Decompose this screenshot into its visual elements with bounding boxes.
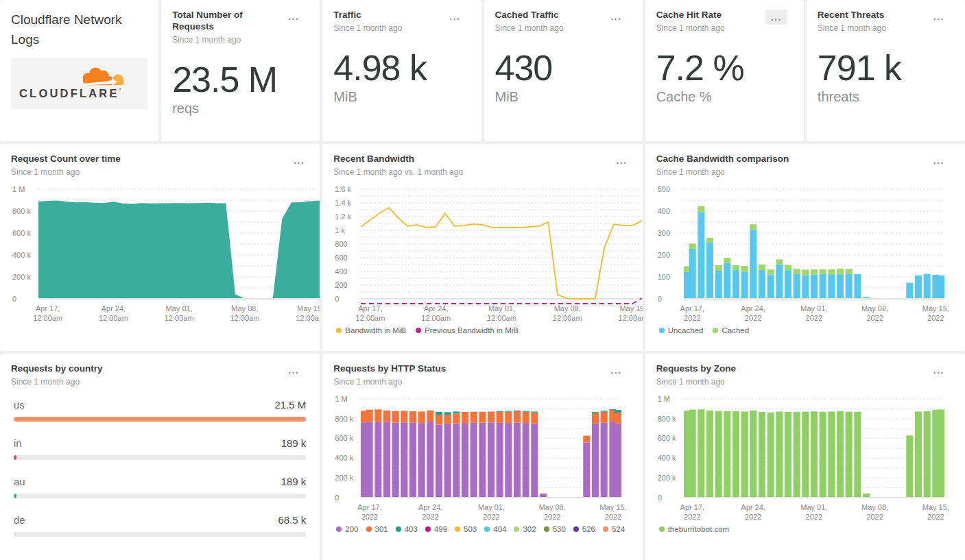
x-tick-label: May 01,2022 bbox=[800, 502, 827, 522]
requests-by-country-list: us 21.5 M in 189 k au 189 k bbox=[11, 399, 309, 537]
x-tick-label: May 08,2022 bbox=[861, 502, 888, 522]
chart-plot[interactable] bbox=[684, 189, 944, 306]
panel-menu-icon[interactable]: ... bbox=[445, 10, 464, 23]
country-label: au bbox=[14, 476, 25, 487]
legend-item[interactable]: 499 bbox=[425, 525, 447, 533]
panel-title: Cache Hit Rate bbox=[656, 10, 725, 21]
legend-item[interactable]: 200 bbox=[336, 525, 358, 533]
legend-item[interactable]: Bandwidth in MiB bbox=[336, 326, 406, 334]
country-label: de bbox=[14, 514, 25, 526]
panel-title: Cached Traffic bbox=[495, 10, 564, 21]
y-tick-label: 0 bbox=[658, 494, 662, 502]
stat-unit: threats bbox=[818, 89, 954, 105]
y-tick-label: 0 bbox=[335, 295, 339, 303]
chart-plot[interactable] bbox=[38, 189, 320, 306]
y-tick-label: 400 k bbox=[12, 251, 31, 259]
country-bar bbox=[14, 455, 16, 460]
dashboard-title: Cloudflare Network Logs bbox=[11, 10, 147, 50]
stat-card-total-requests: Total Number of Requests Since 1 month a… bbox=[161, 0, 320, 141]
dashboard: Cloudflare Network Logs CLOUDFLARE’ Tota… bbox=[0, 0, 965, 560]
country-bar bbox=[14, 494, 16, 498]
x-tick-label: May 15,12:00am bbox=[619, 304, 643, 324]
panel-title: Recent Bandwidth bbox=[333, 154, 463, 165]
country-bar-track bbox=[14, 532, 306, 537]
legend-item[interactable]: 403 bbox=[396, 525, 418, 533]
legend-item[interactable]: 530 bbox=[544, 525, 566, 533]
y-tick-label: 800 k bbox=[12, 207, 31, 215]
x-tick-label: Apr 17,12:00am bbox=[33, 304, 62, 324]
y-tick-label: 0 bbox=[335, 494, 339, 502]
y-tick-label: 400 k bbox=[658, 454, 676, 462]
y-tick-label: 600 k bbox=[658, 434, 676, 442]
panel-requests-by-country: Requests by country Since 1 month ago ..… bbox=[0, 354, 320, 560]
y-tick-label: 400 k bbox=[335, 454, 353, 462]
legend-item[interactable]: 526 bbox=[573, 525, 595, 533]
x-tick-label: Apr 17,12:00am bbox=[356, 304, 385, 324]
panel-request-count: Request Count over time Since 1 month ag… bbox=[0, 144, 320, 351]
panel-menu-icon[interactable]: ... bbox=[284, 363, 303, 377]
x-tick-label: Apr 24,12:00am bbox=[421, 304, 451, 324]
y-tick-label: 200 k bbox=[12, 273, 31, 281]
panel-menu-icon[interactable]: ... bbox=[284, 10, 303, 23]
chart-plot[interactable] bbox=[361, 399, 621, 504]
country-value: 21.5 M bbox=[274, 399, 306, 411]
panel-menu-icon[interactable]: ... bbox=[289, 154, 309, 167]
panel-title: Requests by HTTP Status bbox=[333, 363, 446, 375]
legend-item[interactable]: Uncached bbox=[659, 326, 704, 334]
country-row[interactable]: au 189 k bbox=[11, 476, 309, 498]
legend-item[interactable]: Previous Bandwidth in MiB bbox=[416, 326, 519, 334]
stat-value: 23.5 M bbox=[172, 61, 309, 99]
legend-item[interactable]: 503 bbox=[455, 525, 477, 533]
country-row[interactable]: in 189 k bbox=[11, 437, 309, 460]
panel-menu-icon[interactable]: ... bbox=[606, 363, 626, 377]
legend-item[interactable]: 301 bbox=[366, 525, 388, 533]
country-row[interactable]: de 68.5 k bbox=[11, 514, 309, 537]
stat-value: 4.98 k bbox=[333, 49, 470, 87]
y-tick-label: 0 bbox=[658, 295, 662, 303]
y-tick-label: 1 k bbox=[335, 226, 345, 234]
panel-menu-icon[interactable]: ... bbox=[929, 154, 949, 167]
y-tick-label: 200 bbox=[658, 251, 670, 259]
legend-item[interactable]: Cached bbox=[713, 326, 749, 334]
panel-menu-icon[interactable]: ... bbox=[612, 154, 631, 167]
country-row[interactable]: us 21.5 M bbox=[11, 399, 309, 422]
x-tick-label: May 08,12:00am bbox=[230, 304, 260, 324]
x-tick-label: May 01,12:00am bbox=[165, 304, 194, 324]
cache-bandwidth-chart: 0100200300400500Apr 17,2022Apr 24,2022Ma… bbox=[656, 189, 954, 334]
country-bar bbox=[14, 417, 306, 422]
y-tick-label: 1 M bbox=[335, 395, 347, 403]
y-tick-label: 400 bbox=[658, 207, 670, 215]
legend-item[interactable]: 302 bbox=[514, 525, 536, 533]
legend-item[interactable]: 404 bbox=[484, 525, 506, 533]
y-tick-label: 400 bbox=[335, 267, 347, 276]
panel-subtitle: Since 1 month ago vs. 1 month ago bbox=[333, 167, 463, 177]
x-tick-label: May 08,2022 bbox=[539, 502, 566, 522]
legend-item[interactable]: theburritobot.com bbox=[659, 525, 730, 533]
stat-value: 430 bbox=[495, 49, 632, 87]
country-value: 189 k bbox=[281, 476, 307, 487]
chart-legend: 200301403499503404302530526524 bbox=[333, 525, 631, 533]
stat-value: 7.2 % bbox=[656, 49, 793, 87]
panel-cache-bandwidth: Cache Bandwidth comparison Since 1 month… bbox=[645, 144, 965, 351]
panel-title: Cache Bandwidth comparison bbox=[656, 154, 789, 165]
panel-menu-icon[interactable]: ... bbox=[765, 10, 787, 25]
x-tick-label: Apr 24,12:00am bbox=[99, 304, 128, 324]
x-tick-label: Apr 24,2022 bbox=[741, 502, 765, 522]
y-tick-label: 200 k bbox=[658, 474, 676, 482]
x-tick-label: May 01,12:00am bbox=[487, 304, 516, 324]
x-tick-label: Apr 17,2022 bbox=[357, 502, 381, 522]
legend-item[interactable]: 524 bbox=[603, 525, 625, 533]
panel-menu-icon[interactable]: ... bbox=[929, 10, 949, 23]
panel-title: Requests by country bbox=[11, 363, 103, 375]
x-tick-label: May 08,2022 bbox=[861, 304, 888, 324]
y-tick-label: 1 M bbox=[658, 395, 670, 403]
y-tick-label: 100 bbox=[658, 273, 670, 281]
panel-menu-icon[interactable]: ... bbox=[606, 10, 626, 23]
chart-plot[interactable] bbox=[684, 399, 944, 504]
country-label: us bbox=[14, 399, 25, 411]
panel-menu-icon[interactable]: ... bbox=[929, 363, 949, 377]
stat-card-traffic: Traffic Since 1 month ago ... 4.98 k MiB bbox=[322, 0, 481, 141]
chart-plot[interactable] bbox=[361, 189, 642, 306]
y-tick-label: 0 bbox=[12, 295, 16, 303]
panel-subtitle: Since 1 month ago bbox=[495, 23, 564, 33]
